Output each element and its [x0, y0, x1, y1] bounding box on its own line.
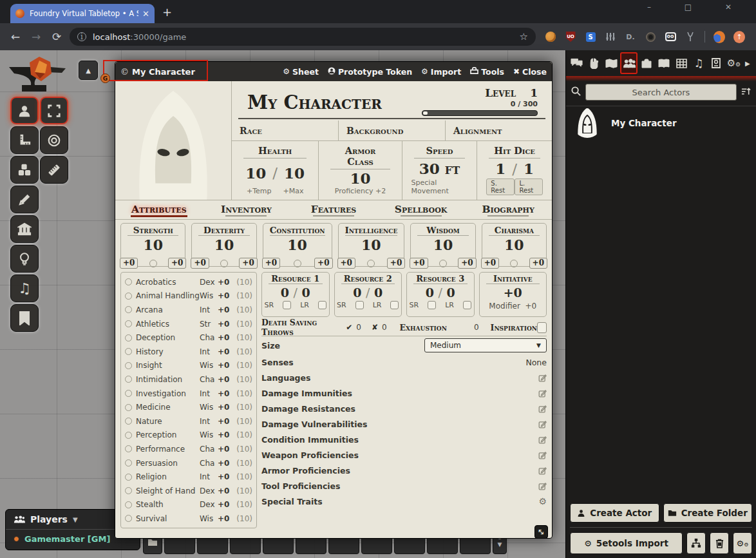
check-mod[interactable]: +0: [458, 258, 476, 269]
skill-prof-radio[interactable]: [125, 362, 132, 369]
skill-prof-radio[interactable]: [125, 487, 132, 494]
sidebar-collapse-icon[interactable]: ▶: [743, 60, 752, 67]
resource-2-box[interactable]: Resource 2 0 / 0 SRLR: [334, 272, 402, 317]
trait-armor-proficiencies[interactable]: Armor Proficiencies: [261, 463, 547, 478]
robot-extension-icon[interactable]: oo: [665, 32, 676, 41]
ruler-tool-button[interactable]: [40, 156, 68, 184]
close-button[interactable]: ✖Close: [513, 67, 547, 77]
skill-row[interactable]: Animal HandlingWis+0(10): [125, 289, 252, 303]
tab-inventory[interactable]: Inventory: [203, 203, 290, 216]
edit-icon[interactable]: [538, 436, 547, 444]
fork-extension-icon[interactable]: [685, 31, 696, 43]
level-value[interactable]: 1: [530, 86, 538, 99]
cookie-extension-icon[interactable]: [545, 32, 556, 42]
window-resize-handle[interactable]: ↔: [534, 525, 548, 539]
sounds-tool-button[interactable]: ♫: [10, 274, 39, 302]
exhaustion-value[interactable]: 0: [474, 323, 479, 332]
alignment-field[interactable]: Alignment: [446, 120, 552, 140]
skill-row[interactable]: DeceptionCha+0(10): [125, 331, 252, 345]
edit-icon[interactable]: [538, 482, 547, 490]
skill-prof-radio[interactable]: [125, 376, 132, 383]
character-portrait[interactable]: [115, 81, 232, 200]
death-success-count[interactable]: 0: [356, 323, 361, 332]
skill-row[interactable]: PersuasionCha+0(10): [125, 456, 252, 470]
tab-combat[interactable]: [586, 53, 602, 73]
ability-score[interactable]: 10: [411, 236, 475, 253]
5etools-import-button[interactable]: ⚙ 5etools Import: [570, 532, 683, 554]
tab-biography[interactable]: Biography: [464, 203, 552, 216]
skill-prof-radio[interactable]: [125, 334, 132, 342]
url-text[interactable]: localhost:30000/game: [93, 32, 186, 42]
hp-tempmax-label[interactable]: +Max: [283, 187, 303, 195]
trait-condition-immunities[interactable]: Condition Immunities: [261, 432, 547, 447]
skill-prof-radio[interactable]: [125, 515, 132, 522]
new-tab-button[interactable]: +: [162, 5, 172, 19]
back-icon[interactable]: ←: [5, 30, 26, 43]
skill-row[interactable]: IntimidationCha+0(10): [125, 372, 252, 387]
skill-prof-radio[interactable]: [125, 390, 132, 397]
edit-icon[interactable]: [538, 389, 547, 398]
edit-icon[interactable]: [538, 405, 547, 413]
edit-icon[interactable]: [538, 451, 547, 459]
ability-score[interactable]: 10: [263, 236, 332, 253]
sr-checkbox[interactable]: [428, 301, 436, 309]
ability-charisma[interactable]: Charisma 10 +0+0: [482, 223, 547, 267]
lr-checkbox[interactable]: [390, 301, 399, 309]
resource-1-box[interactable]: Resource 1 0 / 0 SRLR: [261, 272, 330, 317]
skill-row[interactable]: ReligionInt+0(10): [125, 470, 252, 484]
ability-strength[interactable]: Strength 10 +0+0: [120, 223, 185, 267]
save-mod[interactable]: +0: [262, 258, 280, 269]
search-actors-input[interactable]: [585, 84, 737, 101]
create-actor-button[interactable]: Create Actor: [570, 503, 659, 523]
trait-tool-proficiencies[interactable]: Tool Proficiencies: [261, 478, 547, 494]
tab-actors[interactable]: [621, 53, 637, 73]
edit-icon[interactable]: [538, 420, 547, 428]
resource-3-box[interactable]: Resource 3 0 / 0 SRLR: [406, 272, 475, 317]
skill-row[interactable]: AcrobaticsDex+0(10): [125, 275, 252, 289]
skill-row[interactable]: MedicineWis+0(10): [125, 400, 252, 414]
save-mod[interactable]: +0: [120, 258, 138, 269]
scene-nav-collapse-button[interactable]: ▲: [79, 61, 98, 80]
trait-special-traits[interactable]: Special Traits ⚙: [261, 494, 547, 509]
trait-damage-immunities[interactable]: Damage Immunities: [261, 385, 547, 401]
ability-dexterity[interactable]: Dexterity 10 +0+0: [191, 223, 256, 267]
size-select[interactable]: Medium▼: [424, 338, 547, 352]
walls-tool-button[interactable]: [10, 215, 39, 243]
character-name[interactable]: My Character: [247, 91, 415, 113]
check-mod[interactable]: +0: [387, 258, 405, 269]
folder-tree-button[interactable]: [686, 532, 706, 554]
lighting-tool-button[interactable]: [10, 245, 39, 273]
long-rest-button[interactable]: L. Rest: [515, 178, 543, 195]
skill-prof-radio[interactable]: [125, 459, 132, 467]
bookmark-star-icon[interactable]: ☆: [520, 31, 528, 43]
skill-row[interactable]: InvestigationInt+0(10): [125, 387, 252, 401]
s-extension-icon[interactable]: S: [586, 32, 596, 42]
short-rest-button[interactable]: S. Rest: [486, 178, 515, 195]
special-movement-label[interactable]: Special Movement: [411, 178, 468, 195]
proficiency-radio[interactable]: [149, 260, 157, 267]
window-controls[interactable]: – □ ✕: [647, 3, 747, 12]
proficiency-radio[interactable]: [510, 260, 518, 267]
skill-prof-radio[interactable]: [125, 293, 132, 300]
site-info-icon[interactable]: i: [77, 32, 86, 41]
save-mod[interactable]: +0: [191, 258, 209, 269]
trait-damage-resistances[interactable]: Damage Resistances: [261, 401, 547, 416]
skill-row[interactable]: PerformanceCha+0(10): [125, 442, 252, 456]
sr-checkbox[interactable]: [355, 301, 364, 309]
trait-damage-vulnerabilities[interactable]: Damage Vulnerabilities: [261, 416, 547, 432]
save-mod[interactable]: +0: [481, 258, 499, 269]
dice-tool-button[interactable]: [10, 156, 39, 184]
hp-max[interactable]: 10: [284, 164, 305, 182]
proficiency-radio[interactable]: [294, 260, 301, 267]
sort-filter-icon[interactable]: [741, 86, 751, 99]
tab-close-icon[interactable]: ✕: [142, 9, 149, 19]
tab-attributes[interactable]: Attributes: [115, 203, 203, 217]
ability-constitution[interactable]: Constitution 10 +0+0: [263, 223, 332, 267]
sliders-extension-icon[interactable]: [605, 31, 616, 43]
ublock-extension-icon[interactable]: UO: [566, 32, 576, 42]
ability-score[interactable]: 10: [192, 236, 256, 253]
target-tool-button[interactable]: [40, 126, 68, 154]
lr-checkbox[interactable]: [463, 301, 471, 309]
trait-languages[interactable]: Languages: [261, 370, 547, 385]
trash-button[interactable]: [710, 532, 729, 554]
